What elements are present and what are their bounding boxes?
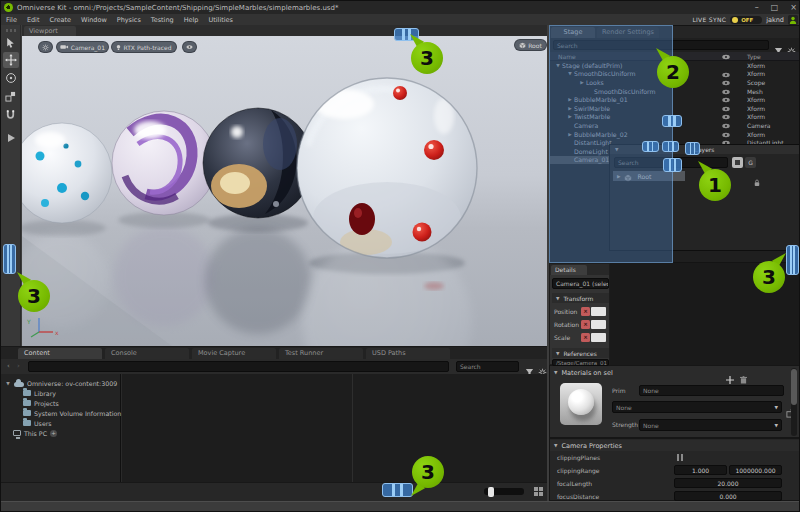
root-navigation-button[interactable]: Root — [514, 39, 547, 51]
property-row: focalLength 20.000 — [550, 477, 800, 489]
rotate-tool-button[interactable] — [3, 70, 19, 86]
thumbnail-size-slider[interactable] — [484, 488, 524, 495]
chevron-down-icon: ▼ — [775, 405, 778, 410]
content-tab[interactable]: Console — [105, 348, 189, 359]
dock-handle-right[interactable] — [786, 245, 799, 275]
viewport-tab[interactable]: Viewport — [24, 26, 76, 36]
camera-select-button[interactable]: Camera_01 — [56, 41, 109, 53]
path-address-bar[interactable] — [28, 361, 449, 372]
content-tree-row[interactable]: ▼ Omniverse: ov-content:3009 — [1, 378, 120, 388]
value-field[interactable]: 1000000.000 — [729, 465, 782, 475]
content-tree-row[interactable]: Users — [1, 418, 120, 428]
dock-handle-bottom[interactable] — [382, 483, 413, 497]
move-tool-button[interactable] — [3, 52, 19, 68]
cube-icon — [519, 42, 526, 49]
person-icon — [789, 16, 797, 24]
viewport-settings-button[interactable] — [38, 41, 53, 53]
slider-thumb[interactable] — [488, 487, 494, 497]
value-field[interactable] — [591, 333, 606, 342]
details-panel: Details Camera_01 (selected) ▼ Transform… — [549, 263, 610, 365]
visibility-column-icon[interactable] — [721, 54, 731, 61]
camera-properties-panel: ▼ Camera Properties clippingPlanes clipp… — [549, 438, 800, 501]
empty-array-icon[interactable] — [677, 454, 683, 461]
materials-scrollbar[interactable] — [791, 368, 797, 436]
content-tree-row[interactable]: System Volume Information — [1, 408, 120, 418]
reset-x-button[interactable]: × — [581, 320, 590, 329]
dock-handle-left[interactable] — [3, 244, 16, 274]
reset-x-button[interactable]: × — [581, 333, 590, 342]
renderer-select-button[interactable]: RTX Path-traced — [111, 41, 177, 53]
strength-dropdown[interactable]: None ▼ — [639, 419, 782, 431]
lock-icon[interactable] — [754, 172, 760, 191]
item-label: Omniverse: ov-content:3009 — [27, 380, 117, 387]
value-field[interactable]: 20.000 — [674, 478, 782, 488]
content-tab[interactable]: Content — [18, 348, 102, 359]
scale-tool-button[interactable] — [3, 88, 19, 104]
tab-details[interactable]: Details — [551, 265, 587, 275]
content-files-pane[interactable] — [122, 374, 547, 482]
global-mute-button[interactable]: G — [745, 157, 756, 168]
dock-target-center[interactable] — [662, 141, 679, 152]
transform-section-header[interactable]: ▼ Transform — [552, 293, 609, 303]
palette-grip[interactable] — [6, 29, 16, 32]
material-binding-dropdown[interactable]: None ▼ — [612, 401, 782, 413]
content-tab[interactable]: Movie Capture — [192, 348, 276, 359]
value-field[interactable] — [591, 307, 606, 316]
references-section-header[interactable]: ▼ References — [552, 348, 609, 358]
close-button[interactable]: × — [790, 3, 797, 12]
prim-label: Prim — [612, 387, 626, 394]
dock-target-right[interactable] — [685, 142, 700, 155]
expand-arrow[interactable]: ▼ — [5, 381, 11, 386]
dock-target-left[interactable] — [642, 141, 659, 152]
prim-type: Xform — [747, 113, 765, 120]
content-tab[interactable]: Test Runner — [279, 348, 363, 359]
dock-target-top[interactable] — [662, 115, 682, 127]
value-field[interactable]: 1.000 — [674, 465, 727, 475]
grid-view-icon[interactable] — [534, 487, 543, 496]
menu-item[interactable]: Testing — [146, 16, 179, 24]
snap-tool-button[interactable] — [3, 106, 19, 122]
details-tabbar: Details — [550, 264, 609, 275]
content-navbar: ‹ › Search — [1, 359, 547, 374]
value-field[interactable] — [591, 320, 606, 329]
value-field[interactable]: 0.000 — [674, 491, 782, 501]
content-tree-row[interactable]: Library — [1, 388, 120, 398]
content-tree-row[interactable]: This PC + — [1, 428, 120, 438]
content-tab[interactable]: USD Paths — [366, 348, 450, 359]
prim-type: Xform — [747, 105, 765, 112]
materials-section-header[interactable]: ▼ Materials on sel — [550, 367, 800, 378]
dock-target-bottom[interactable] — [663, 158, 682, 172]
viewport-canvas[interactable]: Y x Camera_01 RTX Path-traced Root — [22, 36, 547, 346]
add-connection-badge[interactable]: + — [50, 430, 57, 437]
content-bottom-bar — [1, 482, 547, 502]
live-sync-toggle[interactable]: OFF — [730, 16, 762, 24]
menu-item[interactable]: Edit — [22, 16, 45, 24]
collapse-arrow: ▼ — [556, 296, 559, 301]
menu-item[interactable]: File — [1, 16, 22, 24]
back-icon[interactable]: ‹ — [7, 362, 10, 370]
type-column-header[interactable]: Type — [747, 53, 761, 60]
callout-3-left: 3 — [18, 280, 50, 312]
menu-item[interactable]: Create — [44, 16, 76, 24]
menu-item[interactable]: Help — [179, 16, 204, 24]
camera-properties-header[interactable]: ▼ Camera Properties — [550, 440, 800, 451]
forward-icon[interactable]: › — [17, 362, 20, 370]
insert-sublayer-button[interactable] — [732, 157, 743, 168]
viewport-visibility-button[interactable] — [182, 41, 197, 53]
prim-value-field[interactable]: None — [639, 385, 784, 396]
maximize-button[interactable]: □ — [771, 3, 779, 12]
prim-type: Xform — [747, 62, 765, 69]
content-tree-row[interactable]: Projects — [1, 398, 120, 408]
menu-item[interactable]: Physics — [112, 16, 146, 24]
reset-x-button[interactable]: × — [581, 307, 590, 316]
menu-item[interactable]: Utilities — [203, 16, 237, 24]
omniverse-logo-icon — [4, 3, 13, 12]
collapse-arrow: ▼ — [554, 370, 557, 375]
user-avatar[interactable] — [788, 15, 798, 25]
select-tool-button[interactable] — [3, 34, 19, 50]
play-button[interactable] — [3, 130, 19, 146]
minimize-button[interactable]: – — [755, 3, 759, 12]
content-search-input[interactable]: Search — [456, 361, 519, 372]
menu-item[interactable]: Window — [76, 16, 112, 24]
collapse-arrow: ▼ — [554, 443, 557, 448]
